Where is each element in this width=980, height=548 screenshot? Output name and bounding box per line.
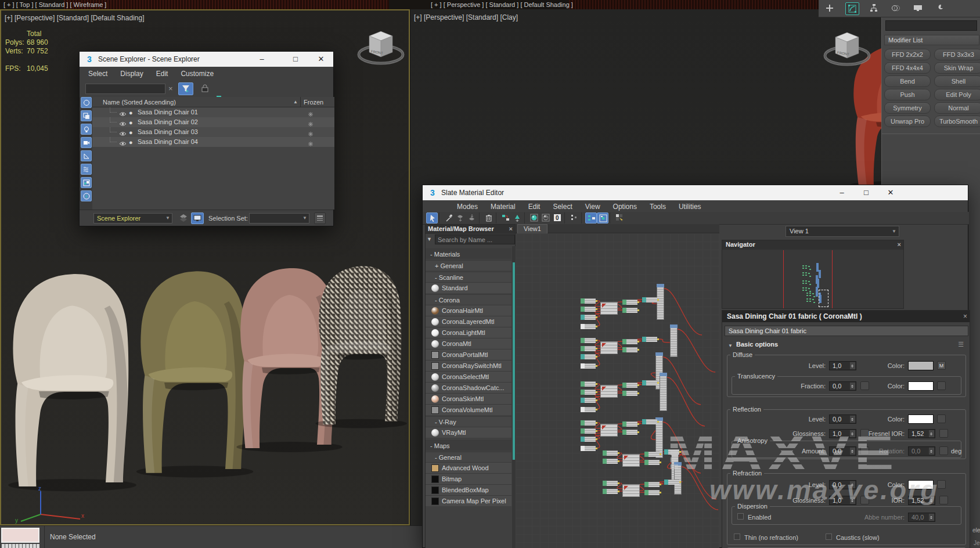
modifier-list-dropdown[interactable]: Modifier List — [884, 35, 979, 45]
params-header[interactable]: Sasa Dining Chair 01 fabric ( CoronaMtl … — [722, 311, 970, 322]
object-name[interactable]: Sasa Dining Chair 04 — [138, 137, 198, 147]
material-node[interactable] — [581, 354, 596, 359]
material-node[interactable] — [581, 390, 596, 395]
material-preview-swatch[interactable] — [1, 528, 39, 543]
material-node[interactable] — [581, 315, 596, 320]
menu-utilities[interactable]: Utilities — [672, 201, 708, 212]
helpers-filter-button[interactable] — [81, 150, 92, 161]
modifier-button-edit-poly[interactable]: Edit Poly — [934, 89, 980, 100]
diffuse-color-swatch[interactable] — [908, 361, 934, 370]
minimap-view-rect[interactable] — [819, 290, 828, 307]
column-headers[interactable]: Name (Sorted Ascending) ▲ Frozen — [92, 97, 334, 107]
modifier-button-ffd-4x4x4[interactable]: FFD 4x4x4 — [884, 62, 931, 74]
move-children-button[interactable] — [500, 212, 511, 223]
material-node[interactable] — [642, 419, 657, 424]
composite-node[interactable] — [600, 302, 618, 315]
close-icon[interactable]: × — [963, 312, 967, 320]
explorer-config-icon[interactable] — [179, 214, 188, 223]
minimize-button[interactable]: – — [252, 52, 272, 67]
material-node[interactable] — [581, 420, 596, 426]
browser-item[interactable]: CoronaLightMtl — [426, 327, 511, 338]
thin-checkbox[interactable] — [734, 533, 740, 540]
browser-group[interactable]: - Corona — [426, 294, 511, 305]
lock-selection-button[interactable] — [199, 83, 211, 94]
material-node[interactable] — [581, 398, 596, 403]
material-node[interactable] — [581, 346, 596, 351]
visibility-eye-icon[interactable] — [119, 139, 127, 149]
browser-group[interactable]: - Maps — [426, 440, 511, 450]
reflection-level-spinner[interactable]: 0,0 — [829, 414, 856, 424]
filter-button[interactable] — [178, 82, 193, 95]
modifier-button-ffd-2x2x2[interactable]: FFD 2x2x2 — [884, 49, 931, 60]
layout-children-button[interactable] — [597, 212, 608, 223]
put-material-to-scene-button[interactable] — [455, 212, 466, 223]
modifier-button-turbosmooth[interactable]: TurboSmooth — [934, 116, 980, 127]
browser-item[interactable]: Camera Map Per Pixel — [426, 495, 511, 506]
object-type-dot-icon[interactable]: ● — [129, 128, 133, 138]
viewport-label[interactable]: [+] [Perspective] [Standard] [Default Sh… — [5, 14, 144, 22]
name-column-header[interactable]: Name (Sorted Ascending) — [103, 97, 176, 107]
menu-edit[interactable]: Edit — [150, 68, 175, 80]
scrollbar-thumb[interactable] — [513, 262, 515, 460]
material-node[interactable] — [581, 446, 596, 451]
browser-item[interactable]: CoronaLayeredMtl — [426, 316, 511, 327]
modifier-button-bend[interactable]: Bend — [884, 75, 931, 87]
reflection-color-swatch[interactable] — [908, 414, 934, 424]
modifier-button-ffd-3x3x3[interactable]: FFD 3x3x3 — [934, 49, 980, 60]
material-node[interactable] — [581, 338, 596, 343]
groups-filter-button[interactable] — [81, 177, 92, 188]
geometry-filter-button[interactable] — [81, 97, 92, 108]
material-node[interactable] — [622, 300, 637, 305]
material-node[interactable] — [642, 297, 657, 302]
close-button[interactable]: ✕ — [311, 52, 331, 67]
navigator-minimap[interactable] — [722, 250, 903, 308]
material-node[interactable] — [622, 430, 637, 435]
material-node[interactable] — [581, 324, 596, 329]
hide-unused-nodeslots-button[interactable] — [568, 212, 580, 223]
object-type-dot-icon[interactable]: ● — [129, 108, 133, 118]
menu-modes[interactable]: Modes — [451, 201, 484, 212]
material-node[interactable] — [664, 449, 679, 455]
menu-tools[interactable]: Tools — [643, 201, 672, 212]
browser-header[interactable]: Material/Map Browser × — [426, 225, 515, 234]
rotation-map-slot[interactable] — [939, 446, 948, 455]
material-node[interactable] — [622, 391, 637, 396]
material-node[interactable] — [644, 460, 660, 465]
navigator-header[interactable]: Navigator × — [722, 240, 903, 250]
close-icon[interactable]: × — [509, 225, 513, 232]
browser-item[interactable]: CoronaSkinMtl — [426, 393, 511, 404]
material-node[interactable] — [644, 452, 660, 457]
browser-item[interactable]: BlendedBoxMap — [426, 484, 511, 495]
fresnel-map-slot[interactable] — [939, 429, 948, 438]
top-viewport-label[interactable]: [ + ] [ Top ] [ Standard ] [ Wireframe ] — [3, 1, 106, 8]
delete-selected-button[interactable] — [483, 212, 495, 223]
material-output-node[interactable] — [660, 373, 667, 411]
abbe-number-spinner[interactable]: 40,0 — [908, 513, 935, 522]
fraction-spinner[interactable]: 0,0 — [829, 381, 856, 391]
explorer-name-dropdown[interactable]: Scene Explorer — [93, 213, 172, 223]
search-input[interactable] — [85, 84, 165, 94]
get-material-button[interactable] — [466, 212, 478, 223]
material-node[interactable] — [622, 421, 637, 427]
containers-filter-button[interactable] — [81, 190, 92, 201]
material-node[interactable] — [622, 347, 637, 352]
material-node[interactable] — [642, 380, 657, 385]
show-background-button[interactable] — [540, 212, 552, 223]
browser-item[interactable]: VRayMtl — [426, 427, 511, 438]
material-id-channel-button[interactable]: 0 — [552, 212, 563, 223]
tab-utilities[interactable] — [934, 2, 947, 15]
object-name[interactable]: Sasa Dining Chair 03 — [138, 127, 198, 137]
clear-search-icon[interactable]: × — [168, 84, 173, 93]
object-type-dot-icon[interactable]: ● — [129, 118, 133, 128]
composite-node[interactable] — [600, 424, 618, 437]
search-by-name-input[interactable]: Search by Name ... — [435, 235, 515, 244]
view-selector-dropdown[interactable]: View 1 — [786, 226, 899, 237]
viewport-label[interactable]: [+] [Perspective] [Standard] [Clay] — [414, 13, 518, 21]
close-button[interactable]: ✕ — [881, 185, 900, 200]
refraction-level-spinner[interactable]: 0,0 — [829, 480, 856, 489]
top-right-viewport-label[interactable]: [ + ] [ Perspective ] [ Standard ] [ Def… — [431, 1, 573, 8]
composite-node[interactable] — [600, 341, 618, 354]
tab-modify[interactable] — [845, 2, 859, 15]
material-node[interactable] — [622, 339, 637, 344]
material-node[interactable] — [581, 381, 596, 387]
